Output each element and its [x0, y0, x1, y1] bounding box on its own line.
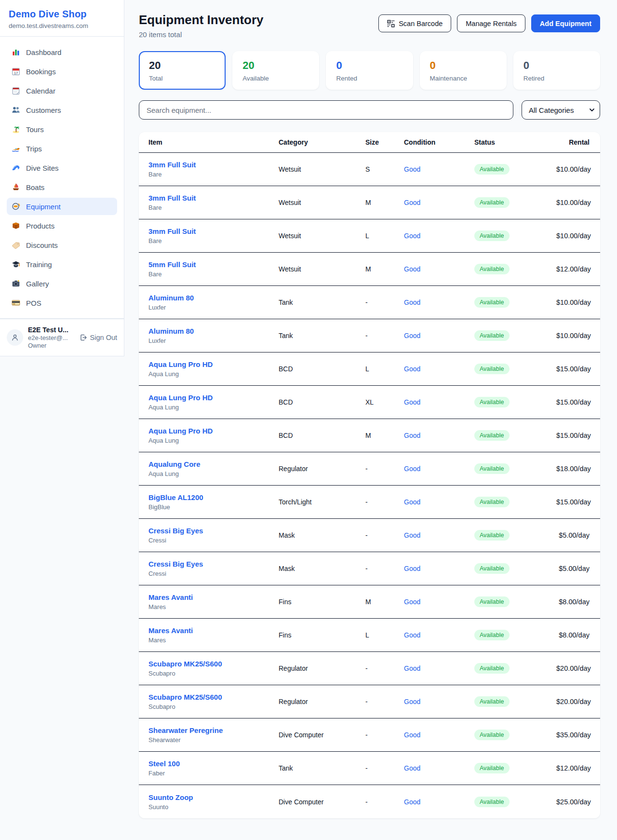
item-condition-link[interactable]: Good: [404, 631, 474, 639]
stat-card-available[interactable]: 20 Available: [232, 51, 319, 90]
item-name-link[interactable]: Aqua Lung Pro HD: [148, 360, 279, 368]
item-condition-link[interactable]: Good: [404, 531, 474, 539]
user-role: Owner: [28, 342, 75, 349]
boats-icon: [12, 183, 20, 191]
item-rental-rate: $8.00/day: [556, 631, 590, 639]
stat-card-rented[interactable]: 0 Rented: [326, 51, 413, 90]
status-badge: Available: [474, 663, 510, 674]
dive-sites-icon: [12, 163, 20, 172]
item-name-link[interactable]: Suunto Zoop: [148, 793, 279, 801]
item-size: XL: [365, 398, 404, 406]
item-brand: Scubapro: [148, 670, 279, 677]
status-badge: Available: [474, 497, 510, 507]
pos-icon: [12, 298, 20, 307]
item-name-link[interactable]: Aluminum 80: [148, 294, 279, 302]
sidebar-item-dive-sites[interactable]: Dive Sites: [7, 159, 117, 176]
item-condition-link[interactable]: Good: [404, 432, 474, 439]
item-condition-link[interactable]: Good: [404, 365, 474, 373]
sidebar-item-label: Training: [26, 260, 52, 269]
item-category: Wetsuit: [279, 199, 365, 206]
sign-out-button[interactable]: Sign Out: [80, 334, 117, 341]
sidebar-item-pos[interactable]: POS: [7, 294, 117, 312]
item-name-link[interactable]: Mares Avanti: [148, 593, 279, 601]
item-name-link[interactable]: Scubapro MK25/S600: [148, 660, 279, 668]
item-condition-link[interactable]: Good: [404, 664, 474, 672]
item-name-link[interactable]: Aluminum 80: [148, 327, 279, 335]
item-condition-link[interactable]: Good: [404, 498, 474, 506]
scan-barcode-button[interactable]: Scan Barcode: [378, 14, 451, 32]
sidebar-item-label: Tours: [26, 125, 44, 134]
item-condition-link[interactable]: Good: [404, 165, 474, 173]
item-size: -: [365, 465, 404, 473]
calendar-icon: [12, 86, 20, 95]
item-size: -: [365, 531, 404, 539]
item-condition-link[interactable]: Good: [404, 565, 474, 572]
manage-rentals-button[interactable]: Manage Rentals: [457, 14, 525, 32]
sidebar-item-trips[interactable]: Trips: [7, 140, 117, 157]
customers-icon: [12, 106, 20, 114]
item-condition-link[interactable]: Good: [404, 798, 474, 806]
item-size: -: [365, 332, 404, 339]
item-condition-link[interactable]: Good: [404, 598, 474, 606]
stat-card-total[interactable]: 20 Total: [139, 51, 226, 90]
item-size: M: [365, 265, 404, 273]
search-input[interactable]: [139, 100, 513, 120]
item-brand: Suunto: [148, 803, 279, 811]
sidebar-item-dashboard[interactable]: Dashboard: [7, 43, 117, 61]
item-category: Dive Computer: [279, 798, 365, 806]
item-brand: Aqua Lung: [148, 370, 279, 378]
stat-label: Total: [149, 75, 215, 82]
item-name-link[interactable]: Aqualung Core: [148, 460, 279, 468]
stat-card-retired[interactable]: 0 Retired: [513, 51, 600, 90]
sidebar-item-calendar[interactable]: Calendar: [7, 82, 117, 99]
item-name-link[interactable]: Steel 100: [148, 759, 279, 768]
item-name-link[interactable]: Cressi Big Eyes: [148, 527, 279, 535]
stat-card-maintenance[interactable]: 0 Maintenance: [420, 51, 507, 90]
item-condition-link[interactable]: Good: [404, 265, 474, 273]
sidebar-item-bookings[interactable]: 17 Bookings: [7, 63, 117, 80]
status-badge: Available: [474, 696, 510, 707]
item-condition-link[interactable]: Good: [404, 465, 474, 473]
sidebar-item-discounts[interactable]: Discounts: [7, 236, 117, 254]
add-equipment-button[interactable]: Add Equipment: [531, 14, 600, 32]
table-row: Shearwater Peregrine Shearwater Dive Com…: [139, 718, 600, 752]
item-name-link[interactable]: 3mm Full Suit: [148, 161, 279, 169]
item-name-link[interactable]: Scubapro MK25/S600: [148, 693, 279, 701]
sidebar-item-products[interactable]: Products: [7, 217, 117, 234]
filters-bar: All Categories: [139, 100, 600, 120]
item-condition-link[interactable]: Good: [404, 199, 474, 206]
item-rental-rate: $12.00/day: [556, 265, 591, 273]
item-name-link[interactable]: Mares Avanti: [148, 626, 279, 635]
item-name-link[interactable]: Aqua Lung Pro HD: [148, 393, 279, 402]
sidebar-item-equipment[interactable]: Equipment: [7, 198, 117, 215]
sidebar-item-boats[interactable]: Boats: [7, 178, 117, 196]
item-condition-link[interactable]: Good: [404, 298, 474, 306]
sidebar-item-customers[interactable]: Customers: [7, 101, 117, 119]
item-condition-link[interactable]: Good: [404, 332, 474, 339]
table-row: Aqua Lung Pro HD Aqua Lung BCD L Good Av…: [139, 352, 600, 386]
stat-value: 0: [430, 59, 496, 72]
item-brand: Scubapro: [148, 703, 279, 710]
category-select[interactable]: All Categories: [522, 100, 600, 120]
sidebar-item-label: Equipment: [26, 203, 61, 211]
item-condition-link[interactable]: Good: [404, 764, 474, 772]
item-size: M: [365, 432, 404, 439]
item-name-link[interactable]: 5mm Full Suit: [148, 260, 279, 269]
item-name-link[interactable]: Aqua Lung Pro HD: [148, 427, 279, 435]
sidebar-item-tours[interactable]: Tours: [7, 121, 117, 138]
item-condition-link[interactable]: Good: [404, 232, 474, 240]
item-condition-link[interactable]: Good: [404, 731, 474, 739]
item-name-link[interactable]: Shearwater Peregrine: [148, 726, 279, 734]
sidebar: Demo Dive Shop demo.test.divestreams.com…: [0, 0, 124, 356]
sidebar-item-gallery[interactable]: Gallery: [7, 275, 117, 292]
item-name-link[interactable]: BigBlue AL1200: [148, 493, 279, 501]
item-name-link[interactable]: 3mm Full Suit: [148, 194, 279, 202]
item-rental-rate: $20.00/day: [556, 698, 591, 705]
item-rental-rate: $5.00/day: [556, 531, 590, 539]
item-name-link[interactable]: 3mm Full Suit: [148, 227, 279, 235]
item-condition-link[interactable]: Good: [404, 698, 474, 705]
item-name-link[interactable]: Cressi Big Eyes: [148, 560, 279, 568]
sidebar-item-training[interactable]: Training: [7, 256, 117, 273]
item-condition-link[interactable]: Good: [404, 398, 474, 406]
table-row: Steel 100 Faber Tank - Good Available $1…: [139, 752, 600, 785]
